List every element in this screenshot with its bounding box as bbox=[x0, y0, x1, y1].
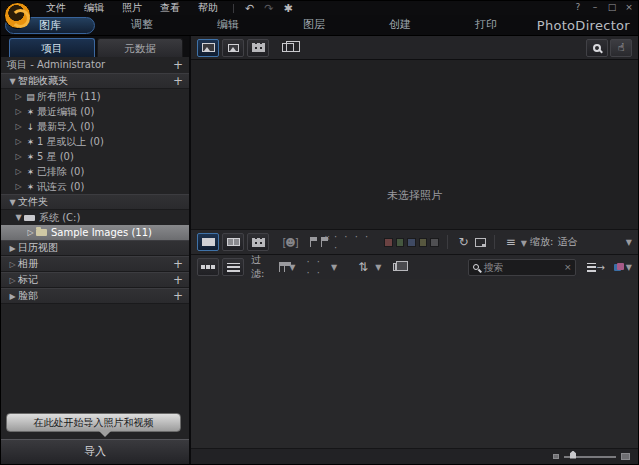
tree-item-cyberlink-cloud[interactable]: ▷ ✶ 讯连云 (0) bbox=[1, 179, 189, 194]
flag-pick-icon[interactable] bbox=[309, 237, 316, 247]
crop-icon[interactable] bbox=[475, 238, 486, 247]
duplicate-view-icon[interactable] bbox=[282, 43, 294, 52]
grid-mode-button[interactable] bbox=[247, 39, 269, 57]
project-row: 项目 - Administrator + bbox=[1, 57, 189, 73]
tree-item-system-drive[interactable]: ▼ 系统 (C:) bbox=[1, 210, 189, 225]
add-project-button[interactable]: + bbox=[173, 58, 183, 72]
tags-header[interactable]: ▷ 标记 + bbox=[1, 272, 189, 288]
tree-item-all-photos[interactable]: ▷ ▤ 所有照片 (11) bbox=[1, 89, 189, 104]
list-options-icon: ≡ bbox=[503, 235, 519, 249]
compare-view-button[interactable] bbox=[222, 233, 244, 251]
maximize-button[interactable]: □ bbox=[607, 2, 617, 12]
clear-search-icon[interactable]: × bbox=[564, 262, 572, 272]
chevron-right-icon[interactable]: ▷ bbox=[13, 122, 24, 131]
sort-button[interactable]: ⇅ ▼ bbox=[352, 258, 384, 276]
settings-gear-icon[interactable]: ✱ bbox=[278, 2, 297, 15]
import-button[interactable]: 导入 bbox=[1, 439, 189, 464]
chevron-right-icon[interactable]: ▷ bbox=[7, 276, 18, 285]
add-tag-button[interactable]: + bbox=[173, 273, 183, 287]
menu-view[interactable]: 查看 bbox=[151, 1, 189, 15]
small-thumbnail-icon[interactable] bbox=[553, 454, 559, 459]
chevron-down-icon[interactable]: ▼ bbox=[7, 198, 18, 207]
add-album-button[interactable]: + bbox=[173, 257, 183, 271]
zoom-tool-button[interactable] bbox=[586, 39, 608, 57]
rating-dots[interactable]: · · · · · bbox=[334, 231, 377, 253]
color-label-red[interactable] bbox=[384, 238, 392, 247]
menu-photo[interactable]: 照片 bbox=[113, 1, 151, 15]
menu-file[interactable]: 文件 bbox=[37, 1, 75, 15]
chevron-right-icon[interactable]: ▷ bbox=[13, 152, 24, 161]
tree-item-one-star-up[interactable]: ▷ ✶ 1 星或以上 (0) bbox=[1, 134, 189, 149]
large-thumbnail-icon[interactable] bbox=[621, 453, 630, 460]
tab-metadata[interactable]: 元数据 bbox=[97, 38, 183, 57]
face-tag-icon[interactable]: [☻] bbox=[282, 237, 297, 248]
chevron-right-icon[interactable]: ▷ bbox=[13, 92, 24, 101]
tab-print[interactable]: 打印 bbox=[447, 17, 525, 34]
rating-filter-button[interactable]: · · · · ▼ bbox=[302, 258, 341, 276]
undo-icon[interactable]: ↶ bbox=[240, 2, 259, 15]
tree-item-rejected[interactable]: ▷ ✶ 已排除 (0) bbox=[1, 164, 189, 179]
filter-bar: 过滤: ▼ · · · · ▼ ⇅ ▼ ▼ bbox=[191, 254, 638, 279]
color-label-green[interactable] bbox=[396, 238, 404, 247]
flag-filter-button[interactable]: ▼ bbox=[274, 258, 300, 276]
color-label-yellow[interactable] bbox=[419, 238, 427, 247]
tab-edit[interactable]: 编辑 bbox=[189, 17, 267, 34]
close-button[interactable]: × bbox=[624, 2, 634, 12]
add-face-button[interactable]: + bbox=[173, 289, 183, 303]
smart-collection-header[interactable]: ▼ 智能收藏夹 + bbox=[1, 73, 189, 89]
menu-edit[interactable]: 编辑 bbox=[75, 1, 113, 15]
photo-only-mode-button[interactable] bbox=[222, 39, 244, 57]
chevron-down-icon[interactable]: ▼ bbox=[13, 213, 24, 222]
chevron-right-icon[interactable]: ▶ bbox=[7, 244, 18, 253]
slideshow-button[interactable]: ▼ bbox=[608, 263, 632, 272]
thumbnail-strip-button[interactable] bbox=[197, 258, 219, 276]
chevron-down-icon[interactable]: ▼ bbox=[7, 77, 18, 86]
stack-button[interactable]: ▼ bbox=[387, 258, 409, 276]
faces-header[interactable]: ▶ 脸部 + bbox=[1, 288, 189, 304]
flag-reject-icon[interactable]: × bbox=[320, 237, 327, 247]
tree-item-recent-edited[interactable]: ▷ ✶ 最近编辑 (0) bbox=[1, 104, 189, 119]
thumbnail-size-slider[interactable] bbox=[564, 456, 616, 458]
chevron-right-icon[interactable]: ▷ bbox=[13, 107, 24, 116]
add-smart-collection-button[interactable]: + bbox=[173, 74, 183, 88]
tab-project[interactable]: 项目 bbox=[9, 38, 95, 57]
main-area: ☝ 未选择照片 [☻] × · · · · · bbox=[191, 36, 638, 464]
color-label-gray[interactable] bbox=[430, 238, 438, 247]
tree-item-sample-images[interactable]: ▷ Sample Images (11) bbox=[1, 225, 189, 240]
chevron-right-icon[interactable]: ▷ bbox=[13, 167, 24, 176]
chevron-right-icon[interactable]: ▷ bbox=[13, 182, 24, 191]
tree-item-label: 讯连云 (0) bbox=[37, 180, 84, 194]
tab-adjust[interactable]: 调整 bbox=[103, 17, 181, 34]
help-window-button[interactable]: ? bbox=[573, 2, 583, 12]
tab-layers[interactable]: 图层 bbox=[275, 17, 353, 34]
zoom-value[interactable]: 适合 bbox=[557, 235, 577, 249]
chevron-right-icon[interactable]: ▷ bbox=[25, 228, 36, 237]
redo-icon[interactable]: ↷ bbox=[259, 2, 278, 15]
albums-header[interactable]: ▷ 相册 + bbox=[1, 256, 189, 272]
zoom-control[interactable]: 缩放: 适合 ▼ bbox=[530, 235, 632, 249]
search-box[interactable]: × bbox=[468, 259, 576, 276]
tab-create[interactable]: 创建 bbox=[361, 17, 439, 34]
chevron-right-icon[interactable]: ▷ bbox=[13, 137, 24, 146]
slider-handle[interactable] bbox=[570, 451, 576, 459]
folders-header[interactable]: ▼ 文件夹 bbox=[1, 194, 189, 210]
calendar-view-header[interactable]: ▶ 日历视图 bbox=[1, 240, 189, 256]
single-view-button[interactable] bbox=[197, 233, 219, 251]
color-label-blue[interactable] bbox=[407, 238, 415, 247]
menu-help[interactable]: 帮助 bbox=[189, 1, 227, 15]
chevron-right-icon[interactable]: ▶ bbox=[7, 292, 18, 301]
list-view-button[interactable] bbox=[222, 258, 244, 276]
export-list-button[interactable]: → bbox=[587, 262, 604, 273]
search-input[interactable] bbox=[483, 262, 559, 273]
viewer-mode-button[interactable] bbox=[197, 39, 219, 57]
display-options-button[interactable]: ≡▼ bbox=[503, 235, 527, 249]
tree-item-latest-import[interactable]: ▷ ↓ 最新导入 (0) bbox=[1, 119, 189, 134]
chevron-right-icon[interactable]: ▷ bbox=[7, 260, 18, 269]
pan-tool-button[interactable]: ☝ bbox=[610, 39, 632, 57]
rotate-icon[interactable]: ↻ bbox=[456, 235, 472, 249]
tree-item-five-star[interactable]: ▷ ✶ 5 星 (0) bbox=[1, 149, 189, 164]
tree-item-label: 所有照片 (11) bbox=[37, 90, 101, 104]
left-panel: 项目 元数据 项目 - Administrator + ▼ 智能收藏夹 + ▷ … bbox=[1, 36, 191, 464]
multi-view-button[interactable] bbox=[247, 233, 269, 251]
minimize-button[interactable]: – bbox=[590, 2, 600, 12]
